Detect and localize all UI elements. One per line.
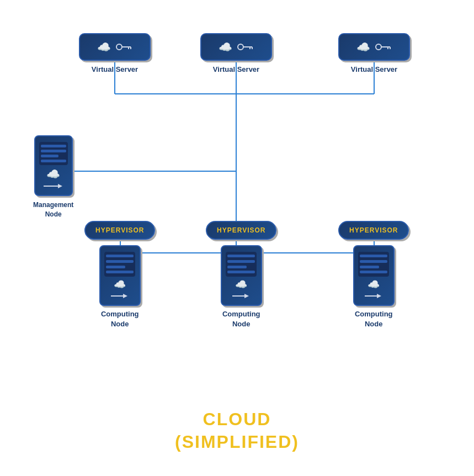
virtual-server-1: ☁️ Virtual Server [79,33,151,73]
hypervisor-group-3: HYPERVISOR ☁️ ComputingNode [338,221,409,329]
arrow-icon-cn3 [365,293,382,299]
cn-label-3: ComputingNode [355,309,393,329]
svg-point-18 [376,44,381,50]
cloud-icon-3: ☁️ [356,40,370,54]
cloud-icon-1: ☁️ [97,40,111,54]
slot-line-2 [41,150,66,152]
computing-node-card-2: ☁️ [221,245,262,306]
key-icon-2 [237,43,254,51]
hypervisor-group-2: HYPERVISOR ☁️ ComputingNode [206,221,276,329]
key-icon-1 [115,43,133,51]
cloud-icon-2: ☁️ [219,40,232,54]
svg-point-10 [116,44,122,50]
svg-marker-29 [377,294,381,298]
vs-label-3: Virtual Server [351,65,397,73]
cloud-icon-cn1: ☁️ [114,278,126,290]
computing-node-card-3: ☁️ [353,245,395,306]
vs-card-1: ☁️ [79,33,151,61]
hypervisor-badge-2: HYPERVISOR [206,221,276,240]
cloud-icon-cn3: ☁️ [368,278,380,290]
vs-label-2: Virtual Server [213,65,259,73]
arrow-icon-cn2 [232,293,250,299]
vs-card-2: ☁️ [200,33,272,61]
cloud-icon-mn: ☁️ [46,167,60,181]
diagram-container: ☁️ Virtual Server ☁️ Virtual Server ☁️ [0,0,474,476]
management-node: ☁️ ManagementNode [33,135,73,219]
cn-slots-3 [358,252,389,277]
server-slots [39,142,68,165]
hypervisor-group-1: HYPERVISOR ☁️ ComputingNode [84,221,155,329]
cn-slots-1 [104,252,135,277]
title-section: CLOUD(SIMPLIFIED) [175,408,299,454]
cn-slots-2 [226,252,257,277]
slot-line-4 [41,160,66,162]
cn-label-2: ComputingNode [222,309,260,329]
cloud-icon-cn2: ☁️ [235,278,247,290]
vs-card-3: ☁️ [338,33,410,61]
slot-line-1 [41,145,66,147]
virtual-server-2: ☁️ Virtual Server [200,33,272,73]
svg-marker-25 [123,294,127,298]
virtual-server-3: ☁️ Virtual Server [338,33,410,73]
hypervisor-badge-1: HYPERVISOR [84,221,155,240]
slot-line-3 [41,155,58,157]
cn-label-1: ComputingNode [101,309,139,329]
arrow-icon-cn1 [111,293,129,299]
management-node-label: ManagementNode [33,200,73,219]
computing-node-card-1: ☁️ [99,245,141,306]
svg-marker-27 [244,294,249,298]
management-node-card: ☁️ [34,135,73,196]
key-icon-3 [375,43,392,51]
main-title: CLOUD(SIMPLIFIED) [175,408,299,454]
svg-marker-23 [58,184,62,188]
hypervisor-badge-3: HYPERVISOR [338,221,409,240]
svg-point-14 [238,44,243,50]
vs-label-1: Virtual Server [92,65,138,73]
arrow-icon-mn [44,183,63,189]
